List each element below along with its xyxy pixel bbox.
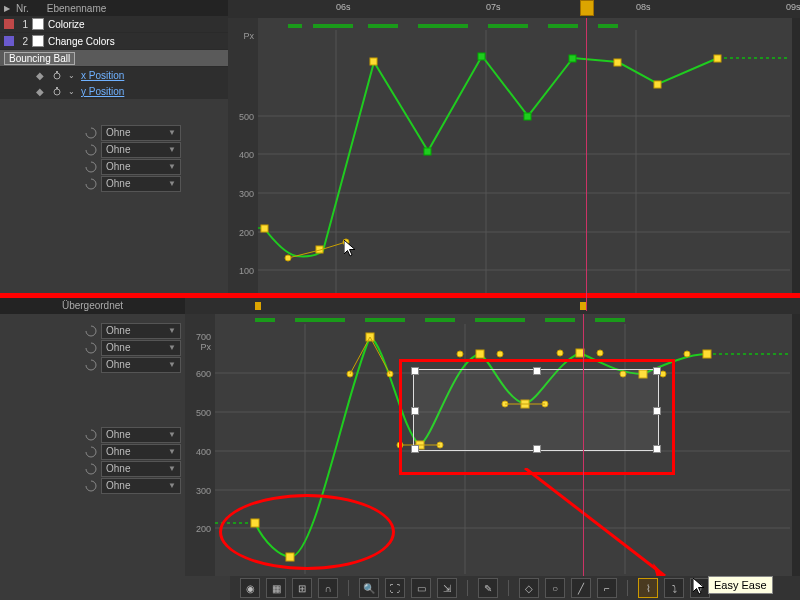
svg-rect-3 — [56, 87, 58, 89]
playhead[interactable] — [583, 314, 584, 576]
scrollbar[interactable] — [792, 314, 800, 576]
pickwhip-icon[interactable] — [85, 446, 97, 458]
easy-ease-out-button[interactable]: ⤴ — [690, 578, 710, 598]
graph-svg — [228, 18, 800, 293]
playhead[interactable] — [586, 18, 587, 311]
bottom-panel: Übergeordnet Ohne▼ Ohne▼ Ohne▼ Ohne▼ Ohn… — [0, 298, 800, 600]
parent-row: Ohne▼ — [0, 356, 185, 373]
parent-dropdown[interactable]: Ohne▼ — [101, 340, 181, 356]
property-name[interactable]: y Position — [81, 86, 124, 97]
fit-all-button[interactable]: ⛶ — [385, 578, 405, 598]
svg-point-2 — [54, 89, 60, 95]
parent-row: Ohne▼ — [0, 158, 185, 175]
layers-header[interactable]: ▶ Nr. Ebenenname — [0, 0, 228, 16]
stopwatch-icon[interactable] — [52, 86, 62, 96]
svg-rect-1 — [56, 71, 58, 73]
chevron-down-icon: ▼ — [168, 326, 176, 335]
chevron-down-icon: ▼ — [168, 481, 176, 490]
parent-row: Ohne▼ — [0, 477, 185, 494]
parent-row: Ohne▼ — [0, 175, 185, 192]
layer-name: Change Colors — [48, 36, 228, 47]
pickwhip-icon[interactable] — [85, 127, 97, 139]
pickwhip-icon[interactable] — [85, 161, 97, 173]
hold-button[interactable]: ⌐ — [597, 578, 617, 598]
svg-rect-39 — [286, 553, 294, 561]
chevron-down-icon: ▼ — [168, 162, 176, 171]
work-area-start-icon[interactable] — [255, 302, 261, 310]
separator — [508, 580, 509, 596]
pickwhip-icon[interactable] — [85, 429, 97, 441]
parent-dropdown[interactable]: Ohne▼ — [101, 461, 181, 477]
property-name[interactable]: x Position — [81, 70, 124, 81]
parent-column-header[interactable]: Übergeordnet — [0, 298, 186, 314]
keyframe-diamond-button[interactable]: ◇ — [519, 578, 539, 598]
pickwhip-icon[interactable] — [85, 463, 97, 475]
separate-dimensions-button[interactable]: ⇲ — [437, 578, 457, 598]
separator — [467, 580, 468, 596]
svg-rect-22 — [654, 81, 661, 88]
show-transform-button[interactable]: ⊞ — [292, 578, 312, 598]
svg-point-62 — [597, 350, 603, 356]
tooltip: Easy Ease — [708, 576, 773, 594]
auto-bezier-button[interactable]: ○ — [545, 578, 565, 598]
pickwhip-icon[interactable] — [85, 342, 97, 354]
pickwhip-icon[interactable] — [85, 178, 97, 190]
property-row[interactable]: ◆ ⌄ y Position — [0, 83, 228, 99]
linear-button[interactable]: ╱ — [571, 578, 591, 598]
selection-box[interactable] — [413, 369, 659, 451]
scrollbar[interactable] — [792, 18, 800, 293]
timeline-navigator[interactable] — [185, 298, 800, 314]
pickwhip-icon[interactable] — [85, 480, 97, 492]
chevron-down-icon: ▼ — [168, 360, 176, 369]
expand-icon: ⌄ — [68, 87, 75, 96]
stopwatch-icon[interactable] — [52, 70, 62, 80]
chevron-down-icon: ▼ — [168, 430, 176, 439]
graph-options-button[interactable]: ▦ — [266, 578, 286, 598]
keyframe-nav-icon[interactable]: ◆ — [36, 86, 46, 96]
chevron-down-icon: ▼ — [168, 145, 176, 154]
edit-keyframe-button[interactable]: ✎ — [478, 578, 498, 598]
easy-ease-button[interactable]: ⌇ — [638, 578, 658, 598]
parent-dropdown[interactable]: Ohne▼ — [101, 444, 181, 460]
graph-editor-bottom[interactable]: 700 Px 600 500 400 300 200 — [185, 314, 800, 576]
time-tick: 08s — [636, 2, 651, 12]
pickwhip-icon[interactable] — [85, 144, 97, 156]
svg-point-56 — [497, 351, 503, 357]
fit-selection-button[interactable]: ▭ — [411, 578, 431, 598]
svg-point-27 — [343, 239, 349, 245]
parent-dropdown[interactable]: Ohne▼ — [101, 142, 181, 158]
graph-editor-top[interactable]: Px 500 400 300 200 100 — [228, 18, 800, 293]
keyframe-nav-icon[interactable]: ◆ — [36, 70, 46, 80]
svg-point-61 — [557, 350, 563, 356]
parent-dropdown[interactable]: Ohne▼ — [101, 427, 181, 443]
layer-row-selected[interactable]: 3 Bouncing Ball — [0, 50, 228, 67]
easy-ease-in-button[interactable]: ⤵ — [664, 578, 684, 598]
pickwhip-icon[interactable] — [85, 325, 97, 337]
svg-rect-23 — [714, 55, 721, 62]
parent-dropdown[interactable]: Ohne▼ — [101, 159, 181, 175]
source-box — [32, 35, 44, 47]
parent-dropdown[interactable]: Ohne▼ — [101, 176, 181, 192]
playhead-marker-icon[interactable] — [580, 0, 594, 16]
show-props-button[interactable]: ◉ — [240, 578, 260, 598]
svg-line-50 — [370, 337, 390, 374]
parent-dropdown[interactable]: Ohne▼ — [101, 323, 181, 339]
layer-row[interactable]: 1 Colorize — [0, 16, 228, 33]
layer-number: 1 — [18, 19, 28, 30]
parent-row: Ohne▼ — [0, 426, 185, 443]
property-row[interactable]: ◆ ⌄ x Position — [0, 67, 228, 83]
svg-rect-38 — [251, 519, 259, 527]
parent-dropdown[interactable]: Ohne▼ — [101, 478, 181, 494]
time-tick: 09s — [786, 2, 800, 12]
parent-row: Ohne▼ — [0, 443, 185, 460]
parent-dropdown[interactable]: Ohne▼ — [101, 357, 181, 373]
layer-name[interactable]: Bouncing Ball — [4, 52, 75, 65]
separator — [348, 580, 349, 596]
snap-button[interactable]: ∩ — [318, 578, 338, 598]
layer-row[interactable]: 2 Change Colors — [0, 33, 228, 50]
parent-dropdown[interactable]: Ohne▼ — [101, 125, 181, 141]
parent-dropdown-group-2: Ohne▼ Ohne▼ Ohne▼ — [0, 322, 185, 373]
timeline-ruler[interactable]: 06s 07s 08s 09s — [228, 0, 800, 19]
pickwhip-icon[interactable] — [85, 359, 97, 371]
zoom-button[interactable]: 🔍 — [359, 578, 379, 598]
